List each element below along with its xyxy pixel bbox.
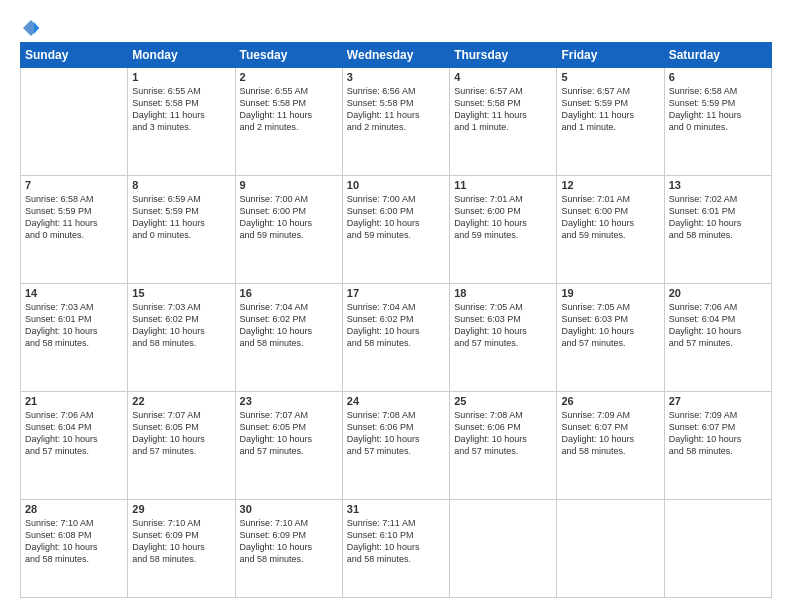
calendar-cell: 26Sunrise: 7:09 AM Sunset: 6:07 PM Dayli…: [557, 391, 664, 499]
day-content: Sunrise: 6:58 AM Sunset: 5:59 PM Dayligh…: [669, 85, 767, 134]
calendar-cell: 11Sunrise: 7:01 AM Sunset: 6:00 PM Dayli…: [450, 175, 557, 283]
calendar-cell: 8Sunrise: 6:59 AM Sunset: 5:59 PM Daylig…: [128, 175, 235, 283]
day-content: Sunrise: 6:55 AM Sunset: 5:58 PM Dayligh…: [132, 85, 230, 134]
day-number: 2: [240, 71, 338, 83]
calendar-cell: 16Sunrise: 7:04 AM Sunset: 6:02 PM Dayli…: [235, 283, 342, 391]
day-number: 3: [347, 71, 445, 83]
day-content: Sunrise: 7:04 AM Sunset: 6:02 PM Dayligh…: [347, 301, 445, 350]
day-number: 20: [669, 287, 767, 299]
calendar-cell: 31Sunrise: 7:11 AM Sunset: 6:10 PM Dayli…: [342, 499, 449, 597]
day-content: Sunrise: 7:06 AM Sunset: 6:04 PM Dayligh…: [25, 409, 123, 458]
calendar-week-2: 14Sunrise: 7:03 AM Sunset: 6:01 PM Dayli…: [21, 283, 772, 391]
day-number: 8: [132, 179, 230, 191]
calendar-cell: [664, 499, 771, 597]
day-content: Sunrise: 7:01 AM Sunset: 6:00 PM Dayligh…: [561, 193, 659, 242]
header: [20, 18, 772, 34]
day-number: 29: [132, 503, 230, 515]
day-content: Sunrise: 6:56 AM Sunset: 5:58 PM Dayligh…: [347, 85, 445, 134]
calendar-cell: 2Sunrise: 6:55 AM Sunset: 5:58 PM Daylig…: [235, 68, 342, 176]
calendar-cell: 1Sunrise: 6:55 AM Sunset: 5:58 PM Daylig…: [128, 68, 235, 176]
calendar-cell: 29Sunrise: 7:10 AM Sunset: 6:09 PM Dayli…: [128, 499, 235, 597]
weekday-header-wednesday: Wednesday: [342, 43, 449, 68]
svg-marker-1: [34, 22, 39, 34]
calendar-week-4: 28Sunrise: 7:10 AM Sunset: 6:08 PM Dayli…: [21, 499, 772, 597]
calendar-week-0: 1Sunrise: 6:55 AM Sunset: 5:58 PM Daylig…: [21, 68, 772, 176]
day-content: Sunrise: 6:57 AM Sunset: 5:59 PM Dayligh…: [561, 85, 659, 134]
calendar-cell: [21, 68, 128, 176]
calendar-cell: 7Sunrise: 6:58 AM Sunset: 5:59 PM Daylig…: [21, 175, 128, 283]
weekday-header-saturday: Saturday: [664, 43, 771, 68]
logo-icon: [21, 18, 41, 38]
day-number: 19: [561, 287, 659, 299]
weekday-header-row: SundayMondayTuesdayWednesdayThursdayFrid…: [21, 43, 772, 68]
calendar-page: SundayMondayTuesdayWednesdayThursdayFrid…: [0, 0, 792, 612]
day-number: 1: [132, 71, 230, 83]
day-number: 6: [669, 71, 767, 83]
calendar-cell: 12Sunrise: 7:01 AM Sunset: 6:00 PM Dayli…: [557, 175, 664, 283]
calendar-cell: 19Sunrise: 7:05 AM Sunset: 6:03 PM Dayli…: [557, 283, 664, 391]
calendar-cell: [557, 499, 664, 597]
calendar-cell: 13Sunrise: 7:02 AM Sunset: 6:01 PM Dayli…: [664, 175, 771, 283]
day-content: Sunrise: 7:10 AM Sunset: 6:09 PM Dayligh…: [240, 517, 338, 566]
day-content: Sunrise: 7:03 AM Sunset: 6:01 PM Dayligh…: [25, 301, 123, 350]
calendar-week-3: 21Sunrise: 7:06 AM Sunset: 6:04 PM Dayli…: [21, 391, 772, 499]
day-number: 14: [25, 287, 123, 299]
day-content: Sunrise: 7:03 AM Sunset: 6:02 PM Dayligh…: [132, 301, 230, 350]
calendar-cell: [450, 499, 557, 597]
calendar-cell: 30Sunrise: 7:10 AM Sunset: 6:09 PM Dayli…: [235, 499, 342, 597]
day-number: 25: [454, 395, 552, 407]
day-number: 26: [561, 395, 659, 407]
calendar-cell: 5Sunrise: 6:57 AM Sunset: 5:59 PM Daylig…: [557, 68, 664, 176]
day-content: Sunrise: 7:09 AM Sunset: 6:07 PM Dayligh…: [561, 409, 659, 458]
day-content: Sunrise: 7:07 AM Sunset: 6:05 PM Dayligh…: [132, 409, 230, 458]
day-number: 17: [347, 287, 445, 299]
calendar-cell: 17Sunrise: 7:04 AM Sunset: 6:02 PM Dayli…: [342, 283, 449, 391]
day-content: Sunrise: 7:11 AM Sunset: 6:10 PM Dayligh…: [347, 517, 445, 566]
calendar-cell: 25Sunrise: 7:08 AM Sunset: 6:06 PM Dayli…: [450, 391, 557, 499]
calendar-cell: 28Sunrise: 7:10 AM Sunset: 6:08 PM Dayli…: [21, 499, 128, 597]
calendar-cell: 18Sunrise: 7:05 AM Sunset: 6:03 PM Dayli…: [450, 283, 557, 391]
calendar-cell: 9Sunrise: 7:00 AM Sunset: 6:00 PM Daylig…: [235, 175, 342, 283]
day-content: Sunrise: 7:02 AM Sunset: 6:01 PM Dayligh…: [669, 193, 767, 242]
day-content: Sunrise: 6:59 AM Sunset: 5:59 PM Dayligh…: [132, 193, 230, 242]
day-number: 5: [561, 71, 659, 83]
day-content: Sunrise: 7:00 AM Sunset: 6:00 PM Dayligh…: [240, 193, 338, 242]
day-number: 12: [561, 179, 659, 191]
calendar-cell: 14Sunrise: 7:03 AM Sunset: 6:01 PM Dayli…: [21, 283, 128, 391]
calendar-cell: 6Sunrise: 6:58 AM Sunset: 5:59 PM Daylig…: [664, 68, 771, 176]
weekday-header-sunday: Sunday: [21, 43, 128, 68]
weekday-header-tuesday: Tuesday: [235, 43, 342, 68]
day-number: 18: [454, 287, 552, 299]
calendar-cell: 21Sunrise: 7:06 AM Sunset: 6:04 PM Dayli…: [21, 391, 128, 499]
day-number: 27: [669, 395, 767, 407]
day-content: Sunrise: 7:04 AM Sunset: 6:02 PM Dayligh…: [240, 301, 338, 350]
weekday-header-friday: Friday: [557, 43, 664, 68]
calendar-cell: 10Sunrise: 7:00 AM Sunset: 6:00 PM Dayli…: [342, 175, 449, 283]
day-number: 30: [240, 503, 338, 515]
weekday-header-monday: Monday: [128, 43, 235, 68]
day-number: 22: [132, 395, 230, 407]
day-number: 24: [347, 395, 445, 407]
day-content: Sunrise: 7:06 AM Sunset: 6:04 PM Dayligh…: [669, 301, 767, 350]
day-number: 21: [25, 395, 123, 407]
logo: [20, 18, 42, 34]
day-number: 23: [240, 395, 338, 407]
day-content: Sunrise: 7:08 AM Sunset: 6:06 PM Dayligh…: [454, 409, 552, 458]
day-number: 4: [454, 71, 552, 83]
day-number: 16: [240, 287, 338, 299]
day-number: 7: [25, 179, 123, 191]
day-content: Sunrise: 7:05 AM Sunset: 6:03 PM Dayligh…: [454, 301, 552, 350]
day-number: 28: [25, 503, 123, 515]
day-content: Sunrise: 7:01 AM Sunset: 6:00 PM Dayligh…: [454, 193, 552, 242]
calendar-cell: 3Sunrise: 6:56 AM Sunset: 5:58 PM Daylig…: [342, 68, 449, 176]
day-content: Sunrise: 7:10 AM Sunset: 6:09 PM Dayligh…: [132, 517, 230, 566]
calendar-cell: 22Sunrise: 7:07 AM Sunset: 6:05 PM Dayli…: [128, 391, 235, 499]
day-content: Sunrise: 7:00 AM Sunset: 6:00 PM Dayligh…: [347, 193, 445, 242]
day-content: Sunrise: 7:10 AM Sunset: 6:08 PM Dayligh…: [25, 517, 123, 566]
calendar-cell: 4Sunrise: 6:57 AM Sunset: 5:58 PM Daylig…: [450, 68, 557, 176]
calendar-cell: 24Sunrise: 7:08 AM Sunset: 6:06 PM Dayli…: [342, 391, 449, 499]
day-content: Sunrise: 7:05 AM Sunset: 6:03 PM Dayligh…: [561, 301, 659, 350]
weekday-header-thursday: Thursday: [450, 43, 557, 68]
day-number: 31: [347, 503, 445, 515]
day-number: 10: [347, 179, 445, 191]
